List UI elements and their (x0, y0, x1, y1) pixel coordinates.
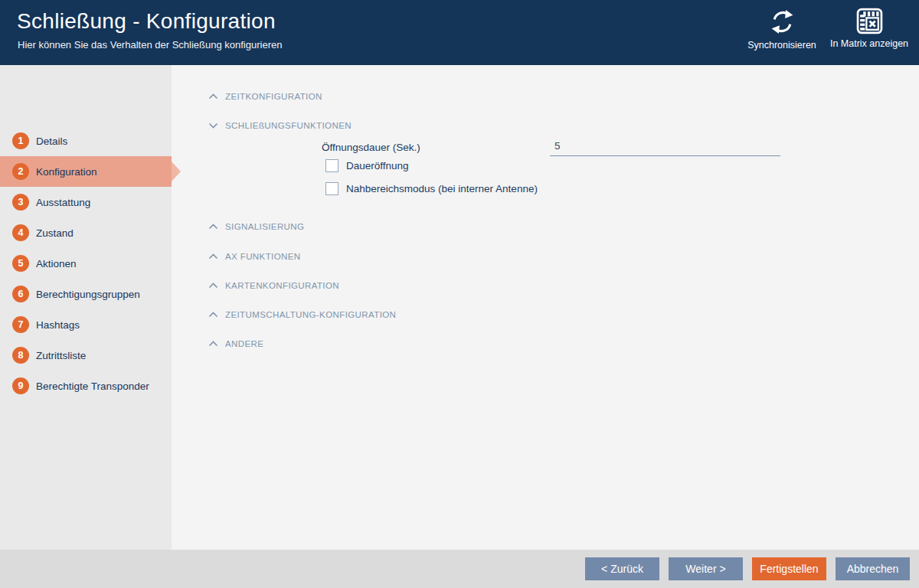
lock-configuration-window: Schließung - Konfiguration Hier können S… (0, 0, 919, 588)
checkbox-label: Nahbereichsmodus (bei interner Antenne) (346, 183, 538, 194)
near-field-mode-checkbox-row[interactable]: Nahbereichsmodus (bei interner Antenne) (325, 182, 538, 195)
chevron-up-icon (208, 93, 218, 100)
section-label: KARTENKONFIGURATION (225, 281, 339, 290)
chevron-up-icon (208, 253, 218, 260)
sidebar-item-label: Hashtags (36, 319, 80, 331)
page-subtitle: Hier können Sie das Verhalten der Schlie… (18, 39, 282, 51)
header-bar: Schließung - Konfiguration Hier können S… (0, 0, 919, 65)
step-number-badge: 8 (12, 347, 29, 364)
opening-duration-input[interactable] (550, 138, 780, 156)
sidebar-item-berechtigte-transponder[interactable]: 9 Berechtigte Transponder (0, 371, 172, 401)
section-label: SIGNALISIERUNG (225, 222, 304, 231)
section-label: ANDERE (225, 339, 263, 348)
checkbox-label: Daueröffnung (346, 160, 409, 172)
sidebar-item-hashtags[interactable]: 7 Hashtags (0, 309, 172, 340)
show-in-matrix-label: In Matrix anzeigen (830, 38, 908, 49)
chevron-up-icon (208, 224, 218, 230)
permanent-open-checkbox-row[interactable]: Daueröffnung (325, 159, 409, 172)
step-number-badge: 2 (12, 163, 29, 180)
step-number-badge: 9 (12, 377, 29, 394)
back-button[interactable]: < Zurück (585, 557, 659, 580)
section-signalisierung[interactable]: SIGNALISIERUNG (208, 222, 304, 231)
sidebar-item-berechtigungsgruppen[interactable]: 6 Berechtigungsgruppen (0, 279, 172, 309)
wizard-step-sidebar: 1 Details 2 Konfiguration 3 Ausstattung … (0, 65, 172, 550)
step-number-badge: 4 (12, 224, 29, 241)
chevron-up-icon (208, 283, 218, 289)
section-zeitkonfiguration[interactable]: ZEITKONFIGURATION (208, 92, 322, 101)
page-title: Schließung - Konfiguration (17, 9, 276, 34)
show-in-matrix-button[interactable]: In Matrix anzeigen (819, 8, 919, 49)
sidebar-item-label: Details (36, 136, 67, 147)
sidebar-item-label: Zutrittsliste (36, 350, 86, 361)
section-label: SCHLIEßUNGSFUNKTIONEN (225, 121, 352, 130)
step-number-badge: 3 (12, 194, 29, 211)
chevron-up-icon (208, 341, 218, 347)
checkbox-unchecked[interactable] (325, 159, 338, 172)
sidebar-item-konfiguration[interactable]: 2 Konfiguration (0, 156, 172, 187)
synchronize-button[interactable]: Synchronisieren (731, 8, 832, 51)
sidebar-item-aktionen[interactable]: 5 Aktionen (0, 248, 172, 279)
chevron-down-icon (208, 122, 218, 129)
sidebar-item-label: Berechtigte Transponder (36, 381, 149, 392)
synchronize-label: Synchronisieren (747, 40, 816, 51)
section-ax-funktionen[interactable]: AX FUNKTIONEN (208, 252, 301, 261)
section-zeitumschaltung-konfiguration[interactable]: ZEITUMSCHALTUNG-KONFIGURATION (208, 310, 396, 319)
sidebar-item-label: Aktionen (36, 258, 77, 270)
step-number-badge: 5 (12, 255, 29, 272)
finish-button[interactable]: Fertigstellen (752, 557, 826, 580)
section-label: ZEITUMSCHALTUNG-KONFIGURATION (225, 310, 396, 319)
sidebar-item-label: Berechtigungsgruppen (36, 289, 140, 300)
sidebar-item-label: Konfiguration (36, 166, 97, 178)
step-number-badge: 1 (12, 132, 29, 149)
section-label: ZEITKONFIGURATION (225, 92, 322, 101)
checkbox-unchecked[interactable] (325, 182, 338, 195)
step-number-badge: 7 (12, 316, 29, 333)
section-schliessungsfunktionen[interactable]: SCHLIEßUNGSFUNKTIONEN (208, 121, 352, 130)
step-number-badge: 6 (12, 286, 29, 302)
sidebar-item-zutrittsliste[interactable]: 8 Zutrittsliste (0, 340, 172, 371)
cancel-button[interactable]: Abbrechen (836, 557, 910, 580)
matrix-grid-x-icon (856, 8, 883, 34)
sync-icon (768, 8, 796, 36)
section-andere[interactable]: ANDERE (208, 339, 263, 348)
sidebar-item-label: Ausstattung (36, 197, 90, 208)
next-button[interactable]: Weiter > (669, 557, 743, 580)
chevron-up-icon (208, 312, 218, 318)
sidebar-item-details[interactable]: 1 Details (0, 130, 172, 152)
sidebar-item-zustand[interactable]: 4 Zustand (0, 217, 172, 248)
section-label: AX FUNKTIONEN (225, 252, 301, 261)
sidebar-item-ausstattung[interactable]: 3 Ausstattung (0, 187, 172, 217)
sidebar-item-label: Zustand (36, 227, 74, 239)
opening-duration-label: Öffnungsdauer (Sek.) (322, 142, 420, 153)
section-kartenkonfiguration[interactable]: KARTENKONFIGURATION (208, 281, 339, 290)
footer-button-bar: < Zurück Weiter > Fertigstellen Abbreche… (0, 550, 919, 588)
